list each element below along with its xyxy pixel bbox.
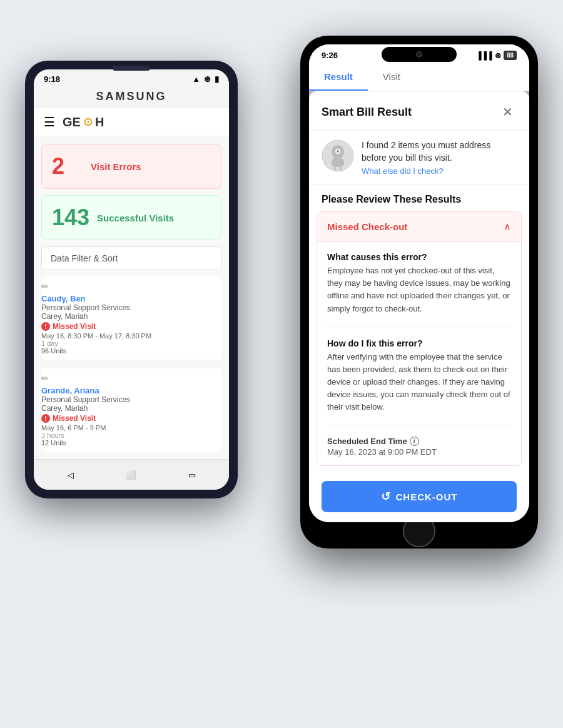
smart-bill-modal: Smart Bill Result ✕ bbox=[309, 91, 529, 522]
checkout-btn-icon: ↺ bbox=[381, 490, 391, 503]
scheduled-end-block: Scheduled End Time i May 16, 2023 at 9:0… bbox=[327, 437, 511, 457]
modal-bg: Date S... 06 / 1... 2 14... Smart Bill R… bbox=[309, 91, 529, 522]
ai-link[interactable]: What else did I check? bbox=[362, 166, 517, 176]
visit-client: Carey, Mariah bbox=[41, 404, 221, 413]
error-count: 2 bbox=[52, 153, 83, 179]
scheduled-end-label: Scheduled End Time i bbox=[327, 437, 511, 446]
missed-visit-badge: ! Missed Visit bbox=[41, 322, 221, 331]
modal-title: Smart Bill Result bbox=[322, 106, 412, 119]
back-button[interactable]: ◁ bbox=[62, 466, 79, 483]
filter-sort-button[interactable]: Data Filter & Sort bbox=[41, 246, 221, 270]
visit-employee-name: Caudy, Ben bbox=[41, 294, 221, 303]
cause-block: What causes this error? Employee has not… bbox=[327, 252, 511, 315]
logo-text-2: H bbox=[95, 115, 104, 129]
tab-result[interactable]: Result bbox=[309, 64, 368, 91]
missed-checkout-section: Missed Check-out ∧ What causes this erro… bbox=[317, 211, 522, 466]
visit-duration: 1 day bbox=[41, 340, 221, 347]
visit-date-range: May 16, 8:30 PM - May 17, 8:30 PM bbox=[41, 332, 221, 340]
signal-area: ▐▐▐ ⊛ 88 bbox=[476, 51, 517, 60]
fix-question: How do I fix this error? bbox=[327, 338, 511, 348]
svg-rect-4 bbox=[332, 158, 344, 167]
svg-rect-6 bbox=[340, 167, 342, 170]
missed-label: Missed Visit bbox=[53, 322, 96, 331]
visit-item: ✏ Caudy, Ben Personal Support Services C… bbox=[41, 276, 221, 360]
iphone-time: 9:26 bbox=[322, 51, 338, 60]
samsung-app-content: 2 Visit Errors 143 Successful Visits Dat… bbox=[34, 136, 229, 459]
error-section-title: Missed Check-out bbox=[327, 221, 407, 232]
recents-button[interactable]: ▭ bbox=[183, 466, 201, 483]
alert-icon: ! bbox=[41, 414, 50, 423]
samsung-screen: 9:18 ▲ ⊛ ▮ SAMSUNG ☰ GE ⊙ H bbox=[34, 69, 229, 490]
checkout-time-label: Check-out Time bbox=[327, 465, 511, 466]
missed-visit-badge: ! Missed Visit bbox=[41, 414, 221, 423]
success-label: Successful Visits bbox=[97, 213, 174, 223]
ai-result-section: I found 2 items you must address before … bbox=[309, 131, 529, 185]
tab-visit[interactable]: Visit bbox=[368, 64, 415, 91]
successful-visits-card: 143 Successful Visits bbox=[41, 195, 221, 240]
visit-list: ✏ Caudy, Ben Personal Support Services C… bbox=[41, 276, 221, 452]
checkout-btn-label: CHECK-OUT bbox=[396, 492, 458, 502]
divider bbox=[327, 326, 511, 327]
samsung-status-bar: 9:18 ▲ ⊛ ▮ bbox=[34, 69, 229, 88]
signal-bars-icon: ▐▐▐ bbox=[476, 51, 492, 60]
svg-rect-5 bbox=[334, 167, 336, 170]
info-icon[interactable]: i bbox=[410, 437, 419, 446]
pin-icon: ⊙ bbox=[83, 115, 93, 129]
visit-units: 96 Units bbox=[41, 347, 221, 355]
divider bbox=[327, 425, 511, 425]
modal-overlay: Date S... 06 / 1... 2 14... Smart Bill R… bbox=[309, 91, 529, 522]
missed-label: Missed Visit bbox=[53, 414, 96, 423]
iphone-screen: 9:26 ▐▐▐ ⊛ 88 Result Visit Date S... bbox=[309, 44, 529, 522]
cause-question: What causes this error? bbox=[327, 252, 511, 262]
samsung-brand-label: SAMSUNG bbox=[34, 88, 229, 108]
samsung-time: 9:18 bbox=[44, 74, 60, 84]
error-section-content: What causes this error? Employee has not… bbox=[317, 242, 521, 466]
cause-answer: Employee has not yet checked-out of this… bbox=[327, 265, 511, 315]
checkout-time-block: Check-out Time 00 / 00 / 0000 00 : 00 AM… bbox=[327, 465, 511, 466]
checkout-button[interactable]: ↺ CHECK-OUT bbox=[322, 481, 517, 512]
home-button[interactable]: ⬜ bbox=[123, 466, 140, 483]
hamburger-icon[interactable]: ☰ bbox=[44, 114, 55, 129]
battery-badge: 88 bbox=[504, 51, 517, 60]
chevron-up-icon: ∧ bbox=[504, 221, 511, 233]
visit-duration: 3 hours bbox=[41, 432, 221, 439]
visit-service: Personal Support Services bbox=[41, 303, 221, 312]
ai-head-icon bbox=[322, 139, 354, 172]
close-button[interactable]: ✕ bbox=[498, 103, 517, 121]
fix-answer: After verifying with the employee that t… bbox=[327, 351, 511, 414]
ai-text-area: I found 2 items you must address before … bbox=[362, 139, 517, 176]
modal-header: Smart Bill Result ✕ bbox=[309, 91, 529, 131]
scheduled-end-value: May 16, 2023 at 9:00 PM EDT bbox=[327, 447, 511, 457]
iphone: 9:26 ▐▐▐ ⊛ 88 Result Visit Date S... bbox=[300, 36, 538, 549]
edit-icon[interactable]: ✏ bbox=[41, 373, 221, 383]
edit-icon[interactable]: ✏ bbox=[41, 281, 221, 291]
visit-client: Carey, Mariah bbox=[41, 312, 221, 321]
iphone-home-bar bbox=[309, 522, 529, 540]
ai-message: I found 2 items you must address before … bbox=[362, 139, 517, 164]
success-count: 143 bbox=[52, 205, 89, 231]
iphone-tabs: Result Visit bbox=[309, 64, 529, 91]
wifi-icon: ⊛ bbox=[204, 74, 211, 84]
battery-icon: ▮ bbox=[215, 74, 219, 84]
geoh-logo: GE ⊙ H bbox=[63, 115, 104, 129]
svg-point-3 bbox=[337, 150, 339, 153]
visit-service: Personal Support Services bbox=[41, 395, 221, 404]
logo-text: GE bbox=[63, 115, 81, 129]
app-header: ☰ GE ⊙ H bbox=[34, 108, 229, 136]
signal-icon: ▲ bbox=[192, 74, 200, 84]
wifi-icon: ⊛ bbox=[495, 51, 501, 60]
fix-block: How do I fix this error? After verifying… bbox=[327, 338, 511, 414]
visit-date-range: May 16, 6 PM - 9 PM bbox=[41, 424, 221, 432]
alert-icon: ! bbox=[41, 322, 50, 331]
visit-units: 12 Units bbox=[41, 439, 221, 447]
samsung-phone: 9:18 ▲ ⊛ ▮ SAMSUNG ☰ GE ⊙ H bbox=[25, 61, 238, 498]
error-label: Visit Errors bbox=[91, 161, 141, 172]
visit-item: ✏ Grande, Ariana Personal Support Servic… bbox=[41, 368, 221, 452]
review-header: Please Review These Results bbox=[309, 185, 529, 211]
samsung-nav-bar: ◁ ⬜ ▭ bbox=[34, 459, 229, 490]
visit-errors-card: 2 Visit Errors bbox=[41, 144, 221, 189]
error-section-header[interactable]: Missed Check-out ∧ bbox=[317, 212, 521, 242]
visit-employee-name: Grande, Ariana bbox=[41, 386, 221, 395]
